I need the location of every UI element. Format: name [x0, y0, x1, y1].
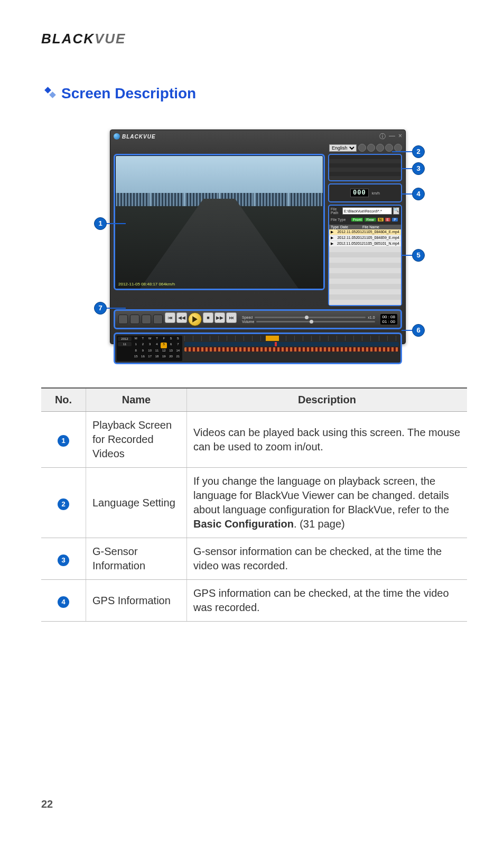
filter-rear[interactable]: Rear — [365, 218, 376, 221]
rewind-button[interactable]: ◀◀ — [176, 312, 187, 323]
time-current: 00 : 08 — [382, 315, 395, 319]
row-name: GPS Information — [86, 580, 187, 622]
row-name: Language Setting — [86, 468, 187, 538]
titlebar: BLACKVUE ⓘ — × — [110, 130, 405, 143]
titlebar-brand: BLACKVUE — [122, 134, 156, 140]
file-row[interactable]: ▶2012.11.0520121105_084859_E.mp4 — [329, 235, 401, 241]
volume-slider[interactable] — [256, 321, 375, 322]
file-row[interactable]: ▶2012.11.0520121105_085101_N.mp4 — [329, 241, 401, 247]
row-desc: G-sensor information can be checked, at … — [187, 538, 468, 580]
row-badge: 3 — [58, 554, 69, 566]
capture-button[interactable] — [142, 315, 151, 324]
time-total: 01 : 00 — [382, 319, 395, 324]
section-heading: Screen Description — [44, 85, 467, 102]
row-desc: If you change the language on playback s… — [187, 468, 468, 538]
filepath-input[interactable] — [342, 207, 392, 215]
aspect-button[interactable] — [130, 315, 139, 324]
table-row: 4GPS InformationGPS information can be c… — [41, 580, 467, 622]
toolbar-icon[interactable] — [376, 144, 384, 152]
row-badge: 2 — [58, 498, 69, 510]
gps-speed-readout: 000 — [350, 189, 369, 197]
gps-panel: 000 km/h — [328, 183, 402, 202]
row-desc: Videos can be played back using this scr… — [187, 412, 468, 468]
section-title: Screen Description — [61, 85, 196, 102]
forward-button[interactable]: ▶▶ — [214, 312, 225, 323]
callout-7: 7 — [94, 302, 107, 315]
calendar[interactable]: 2012 11 MTWTFSS 1234567 891011121314 151… — [117, 336, 182, 361]
filter-front[interactable]: Front — [351, 218, 363, 221]
filelist-header: Type Date File Name — [329, 225, 401, 229]
toolbar-icon[interactable] — [394, 144, 402, 152]
table-row: 1Playback Screen for Recorded VideosVide… — [41, 412, 467, 468]
cal-year: 2012 — [118, 337, 132, 341]
row-badge: 4 — [58, 596, 69, 608]
diamond-icon — [44, 87, 56, 100]
browse-button[interactable]: 🔍 — [393, 207, 399, 215]
file-row[interactable]: ▶2012.11.0520121105_084804_E.mp4 — [329, 229, 401, 235]
brand-black: BLACK — [41, 31, 95, 47]
timeline[interactable] — [184, 336, 399, 361]
fullscreen-button[interactable] — [118, 315, 128, 324]
brand-vue: VUE — [95, 31, 126, 47]
titlebar-logo-icon — [114, 133, 120, 140]
gps-speed-unit: km/h — [372, 191, 380, 195]
description-table: No. Name Description 1Playback Screen fo… — [41, 387, 467, 622]
speed-value: x1.0 — [368, 316, 375, 319]
callout-1: 1 — [94, 217, 107, 230]
viewer-screenshot: BLACKVUE ⓘ — × English — [85, 130, 424, 372]
time-display: 00 : 08 01 : 00 — [380, 314, 397, 325]
page-number: 22 — [41, 798, 53, 810]
table-row: 3G-Sensor InformationG-sensor informatio… — [41, 538, 467, 580]
callout-2: 2 — [412, 145, 425, 158]
svg-rect-1 — [49, 91, 56, 98]
playback-controls: ⏮ ◀◀ ■ ▶▶ ⏭ Speedx1.0 Volume 00 : 08 01 … — [114, 309, 402, 329]
speed-slider[interactable] — [255, 317, 366, 318]
stop-button[interactable]: ■ — [203, 312, 213, 323]
filepath-label: File Path — [331, 207, 341, 215]
table-row: 2Language SettingIf you change the langu… — [41, 468, 467, 538]
info-button[interactable]: ⓘ — [379, 132, 386, 141]
row-name: G-Sensor Information — [86, 538, 187, 580]
close-button[interactable]: × — [398, 132, 402, 141]
brand-logo: BLACKVUE — [41, 31, 467, 47]
filter-parking[interactable]: P — [392, 218, 398, 221]
svg-marker-2 — [192, 316, 198, 322]
file-panel: File Path 🔍 File Type Front Rear N E — [328, 205, 402, 306]
play-button[interactable] — [188, 312, 202, 326]
skip-end-button[interactable]: ⏭ — [226, 312, 237, 323]
row-desc: GPS information can be checked, at the t… — [187, 580, 468, 622]
skip-start-button[interactable]: ⏮ — [165, 312, 175, 323]
volume-label: Volume — [242, 320, 254, 324]
filter-event[interactable]: E — [385, 218, 391, 221]
col-date: Date — [340, 225, 362, 229]
timeline-panel: 2012 11 MTWTFSS 1234567 891011121314 151… — [114, 332, 402, 364]
playback-screen[interactable]: 2012-11-05 08:48:17 064km/h — [114, 154, 325, 290]
col-type: Type — [331, 225, 340, 229]
toolbar-icon[interactable] — [358, 144, 366, 152]
cal-month: 11 — [118, 342, 132, 346]
svg-rect-0 — [44, 87, 51, 94]
row-badge: 1 — [58, 435, 69, 447]
callout-4: 4 — [412, 188, 425, 200]
th-name: Name — [86, 388, 187, 412]
col-filename: File Name — [362, 225, 399, 229]
toolbar-icon[interactable] — [367, 144, 375, 152]
language-bar: English — [110, 143, 405, 154]
minimize-button[interactable]: — — [389, 132, 395, 141]
th-desc: Description — [187, 388, 468, 412]
row-name: Playback Screen for Recorded Videos — [86, 412, 187, 468]
gsensor-panel — [328, 154, 402, 181]
toolbar-icon[interactable] — [385, 144, 393, 152]
filter-normal[interactable]: N — [378, 218, 384, 221]
filetype-label: File Type — [331, 218, 349, 223]
filelist-empty-area — [329, 247, 401, 305]
th-no: No. — [41, 388, 86, 412]
callout-3: 3 — [412, 162, 425, 175]
callout-6: 6 — [412, 324, 425, 337]
speed-label: Speed — [242, 316, 253, 319]
app-window: BLACKVUE ⓘ — × English — [110, 130, 406, 344]
language-select[interactable]: English — [329, 144, 357, 152]
video-timestamp: 2012-11-05 08:48:17 064km/h — [118, 282, 175, 287]
print-button[interactable] — [153, 315, 163, 324]
callout-5: 5 — [412, 249, 425, 262]
